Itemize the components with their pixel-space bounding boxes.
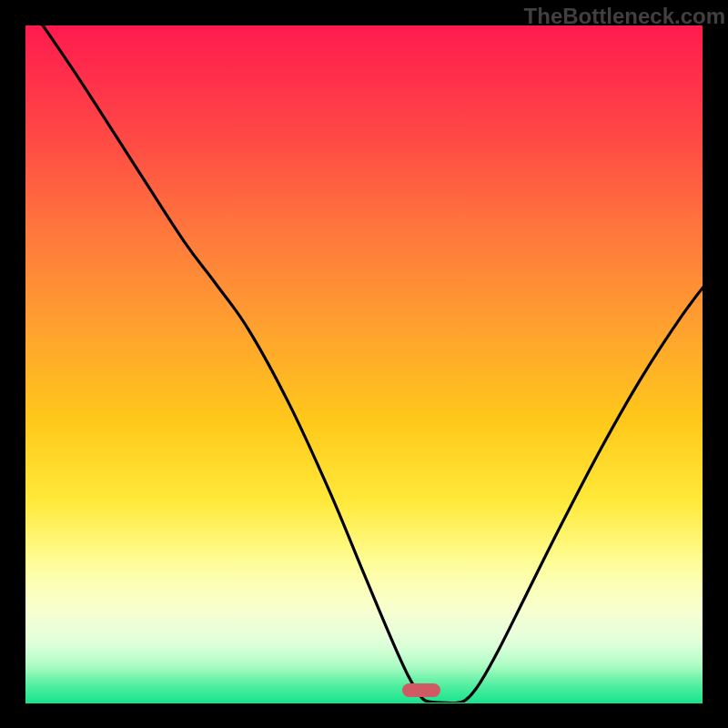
bottleneck-curve: [25, 25, 703, 703]
optimum-marker: [402, 683, 440, 697]
curve-path: [29, 25, 703, 703]
chart-frame: TheBottleneck.com: [0, 0, 728, 728]
plot-area: [25, 25, 703, 703]
watermark-text: TheBottleneck.com: [524, 4, 725, 29]
